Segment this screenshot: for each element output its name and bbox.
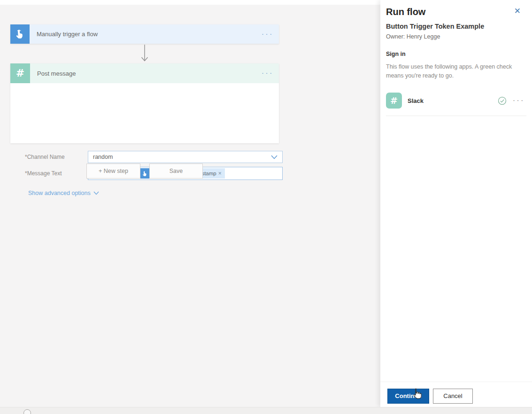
slack-hash-glyph: # [16, 68, 24, 78]
save-button[interactable]: Save [149, 164, 203, 179]
manual-trigger-token-icon [140, 168, 150, 179]
help-button[interactable] [23, 409, 31, 414]
app-name: Slack [402, 97, 498, 104]
token-remove-icon[interactable]: × [218, 170, 225, 177]
connector-arrow-icon [140, 45, 149, 63]
trigger-card-title: Manually trigger a flow [30, 31, 262, 38]
trigger-card-manually-trigger[interactable]: Manually trigger a flow · · · [10, 24, 279, 44]
app-row-slack[interactable]: # Slack · · · [386, 92, 526, 109]
touch-hand-icon [15, 29, 25, 39]
advanced-options-label: Show advanced options [28, 190, 91, 196]
message-text-label: *Message Text [25, 170, 62, 177]
run-flow-panel: Run flow ✕ Button Trigger Token Example … [380, 0, 532, 407]
continue-button[interactable]: Continue [387, 389, 429, 404]
action-card-post-message[interactable]: # Post message · · · *Channel Name rando… [10, 63, 279, 143]
chevron-down-icon [93, 191, 99, 195]
slack-hash-glyph: # [390, 96, 398, 105]
sign-in-description: This flow uses the following apps. A gre… [386, 62, 522, 81]
cancel-button[interactable]: Cancel [433, 389, 473, 404]
show-advanced-options-link[interactable]: Show advanced options [28, 190, 99, 196]
sign-in-heading: Sign in [386, 51, 406, 57]
divider [380, 382, 532, 382]
divider [386, 116, 526, 116]
channel-name-value: random [93, 154, 271, 160]
connection-check-icon [498, 96, 507, 105]
new-step-button[interactable]: + New step [86, 164, 140, 179]
flow-name: Button Trigger Token Example [386, 23, 484, 30]
bottom-edge-strip [0, 407, 532, 414]
manual-trigger-icon [10, 24, 30, 44]
power-automate-flow-editor: Manually trigger a flow · · · # Post mes… [0, 0, 532, 414]
slack-icon: # [10, 63, 30, 83]
channel-name-dropdown[interactable]: random [88, 151, 283, 163]
chevron-down-icon [271, 155, 278, 159]
action-card-menu-icon[interactable]: · · · [262, 70, 279, 76]
app-menu-icon[interactable]: · · · [513, 98, 526, 103]
trigger-card-menu-icon[interactable]: · · · [262, 31, 279, 37]
flow-owner: Owner: Henry Legge [386, 33, 440, 40]
action-card-header[interactable]: # Post message · · · [10, 63, 279, 83]
slack-icon: # [386, 93, 402, 109]
close-icon[interactable]: ✕ [514, 7, 521, 15]
action-card-title: Post message [30, 70, 262, 77]
channel-name-label: *Channel Name [25, 154, 65, 160]
panel-title: Run flow [386, 7, 425, 17]
